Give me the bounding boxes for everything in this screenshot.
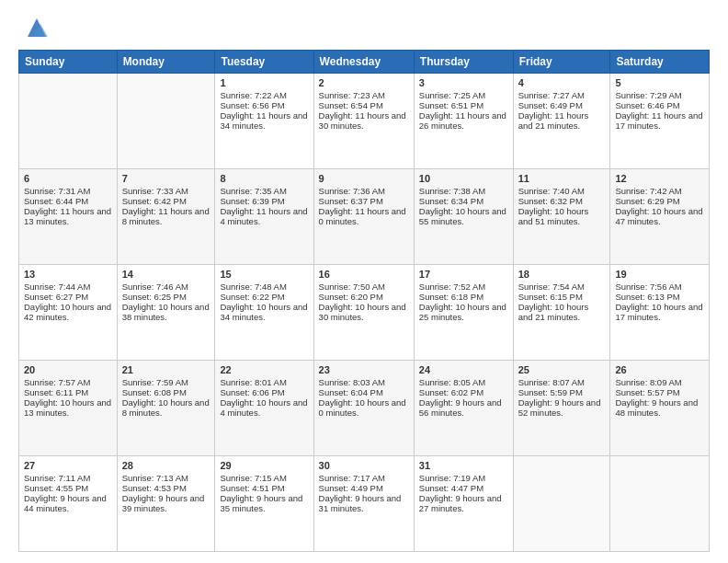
day-number: 30: [319, 460, 409, 471]
daylight-text: Daylight: 10 hours and 21 minutes.: [518, 302, 606, 322]
calendar-cell: 25Sunrise: 8:07 AMSunset: 5:59 PMDayligh…: [513, 361, 610, 456]
calendar-cell: 30Sunrise: 7:17 AMSunset: 4:49 PMDayligh…: [313, 456, 414, 552]
calendar-cell: 2Sunrise: 7:23 AMSunset: 6:54 PMDaylight…: [313, 74, 414, 169]
sunrise-text: Sunrise: 8:03 AM: [319, 377, 409, 387]
daylight-text: Daylight: 10 hours and 13 minutes.: [24, 397, 112, 418]
daylight-text: Daylight: 10 hours and 34 minutes.: [220, 302, 308, 322]
calendar-cell: 28Sunrise: 7:13 AMSunset: 4:53 PMDayligh…: [117, 456, 215, 552]
daylight-text: Daylight: 9 hours and 48 minutes.: [615, 397, 704, 418]
daylight-text: Daylight: 11 hours and 34 minutes.: [220, 110, 308, 131]
sunset-text: Sunset: 6:51 PM: [419, 100, 508, 110]
sunset-text: Sunset: 6:25 PM: [122, 292, 210, 302]
daylight-text: Daylight: 10 hours and 17 minutes.: [615, 302, 704, 322]
daylight-text: Daylight: 9 hours and 35 minutes.: [220, 493, 308, 513]
day-number: 15: [220, 269, 308, 280]
daylight-text: Daylight: 11 hours and 4 minutes.: [220, 206, 308, 226]
sunrise-text: Sunrise: 7:35 AM: [220, 186, 308, 196]
sunrise-text: Sunrise: 7:13 AM: [122, 473, 210, 483]
day-number: 27: [24, 460, 112, 471]
calendar-cell: [117, 74, 215, 169]
calendar-week-row: 27Sunrise: 7:11 AMSunset: 4:55 PMDayligh…: [19, 456, 710, 552]
sunset-text: Sunset: 5:57 PM: [615, 387, 704, 397]
sunset-text: Sunset: 4:55 PM: [24, 483, 112, 493]
day-number: 11: [518, 173, 606, 184]
sunrise-text: Sunrise: 7:54 AM: [518, 282, 606, 292]
day-number: 20: [24, 364, 112, 375]
day-number: 22: [220, 364, 308, 375]
day-number: 14: [122, 269, 210, 280]
day-number: 19: [615, 269, 704, 280]
daylight-text: Daylight: 10 hours and 55 minutes.: [419, 206, 508, 226]
daylight-text: Daylight: 9 hours and 31 minutes.: [319, 493, 409, 513]
sunset-text: Sunset: 6:20 PM: [319, 292, 409, 302]
calendar-cell: 4Sunrise: 7:27 AMSunset: 6:49 PMDaylight…: [513, 74, 610, 169]
sunset-text: Sunset: 6:13 PM: [615, 292, 704, 302]
sunset-text: Sunset: 6:39 PM: [220, 196, 308, 206]
calendar-cell: 6Sunrise: 7:31 AMSunset: 6:44 PMDaylight…: [19, 169, 118, 265]
sunset-text: Sunset: 4:51 PM: [220, 483, 308, 493]
sunset-text: Sunset: 6:34 PM: [419, 196, 508, 206]
header-saturday: Saturday: [610, 51, 710, 74]
daylight-text: Daylight: 11 hours and 8 minutes.: [122, 206, 210, 226]
day-number: 4: [518, 77, 606, 88]
daylight-text: Daylight: 10 hours and 25 minutes.: [419, 302, 508, 322]
calendar-week-row: 6Sunrise: 7:31 AMSunset: 6:44 PMDaylight…: [19, 169, 710, 265]
day-number: 16: [319, 269, 409, 280]
sunrise-text: Sunrise: 7:11 AM: [24, 473, 112, 483]
day-number: 6: [24, 173, 112, 184]
calendar-cell: 21Sunrise: 7:59 AMSunset: 6:08 PMDayligh…: [117, 361, 215, 456]
daylight-text: Daylight: 11 hours and 21 minutes.: [518, 110, 606, 131]
sunset-text: Sunset: 6:54 PM: [319, 100, 409, 110]
calendar-cell: 8Sunrise: 7:35 AMSunset: 6:39 PMDaylight…: [215, 169, 313, 265]
sunset-text: Sunset: 6:11 PM: [24, 387, 112, 397]
sunrise-text: Sunrise: 7:48 AM: [220, 282, 308, 292]
day-number: 5: [615, 77, 704, 88]
logo-icon: [24, 15, 50, 40]
calendar-week-row: 20Sunrise: 7:57 AMSunset: 6:11 PMDayligh…: [19, 361, 710, 456]
calendar-cell: 10Sunrise: 7:38 AMSunset: 6:34 PMDayligh…: [414, 169, 513, 265]
daylight-text: Daylight: 11 hours and 17 minutes.: [615, 110, 704, 131]
daylight-text: Daylight: 9 hours and 44 minutes.: [24, 493, 112, 513]
day-number: 2: [319, 77, 409, 88]
sunset-text: Sunset: 4:53 PM: [122, 483, 210, 493]
logo: [18, 15, 50, 40]
sunset-text: Sunset: 6:27 PM: [24, 292, 112, 302]
daylight-text: Daylight: 9 hours and 39 minutes.: [122, 493, 210, 513]
daylight-text: Daylight: 10 hours and 51 minutes.: [518, 206, 606, 226]
day-number: 17: [419, 269, 508, 280]
day-number: 8: [220, 173, 308, 184]
day-number: 31: [419, 460, 508, 471]
sunset-text: Sunset: 6:37 PM: [319, 196, 409, 206]
sunrise-text: Sunrise: 7:36 AM: [319, 186, 409, 196]
sunrise-text: Sunrise: 7:59 AM: [122, 377, 210, 387]
calendar-cell: 19Sunrise: 7:56 AMSunset: 6:13 PMDayligh…: [610, 265, 710, 361]
calendar-cell: 14Sunrise: 7:46 AMSunset: 6:25 PMDayligh…: [117, 265, 215, 361]
calendar-cell: 20Sunrise: 7:57 AMSunset: 6:11 PMDayligh…: [19, 361, 118, 456]
sunset-text: Sunset: 4:49 PM: [319, 483, 409, 493]
sunset-text: Sunset: 6:49 PM: [518, 100, 606, 110]
sunrise-text: Sunrise: 8:05 AM: [419, 377, 508, 387]
calendar-cell: 16Sunrise: 7:50 AMSunset: 6:20 PMDayligh…: [313, 265, 414, 361]
day-number: 25: [518, 364, 606, 375]
sunrise-text: Sunrise: 8:07 AM: [518, 377, 606, 387]
sunset-text: Sunset: 6:15 PM: [518, 292, 606, 302]
daylight-text: Daylight: 10 hours and 38 minutes.: [122, 302, 210, 322]
calendar-cell: [513, 456, 610, 552]
sunset-text: Sunset: 6:56 PM: [220, 100, 308, 110]
calendar-table: Sunday Monday Tuesday Wednesday Thursday…: [18, 50, 710, 552]
day-number: 13: [24, 269, 112, 280]
daylight-text: Daylight: 9 hours and 56 minutes.: [419, 397, 508, 418]
sunrise-text: Sunrise: 7:52 AM: [419, 282, 508, 292]
sunrise-text: Sunrise: 8:01 AM: [220, 377, 308, 387]
sunset-text: Sunset: 6:08 PM: [122, 387, 210, 397]
calendar-week-row: 13Sunrise: 7:44 AMSunset: 6:27 PMDayligh…: [19, 265, 710, 361]
sunrise-text: Sunrise: 7:38 AM: [419, 186, 508, 196]
header-wednesday: Wednesday: [313, 51, 414, 74]
day-number: 3: [419, 77, 508, 88]
sunrise-text: Sunrise: 7:42 AM: [615, 186, 704, 196]
calendar-cell: 23Sunrise: 8:03 AMSunset: 6:04 PMDayligh…: [313, 361, 414, 456]
sunrise-text: Sunrise: 7:27 AM: [518, 90, 606, 100]
sunrise-text: Sunrise: 7:25 AM: [419, 90, 508, 100]
header-thursday: Thursday: [414, 51, 513, 74]
sunset-text: Sunset: 6:44 PM: [24, 196, 112, 206]
